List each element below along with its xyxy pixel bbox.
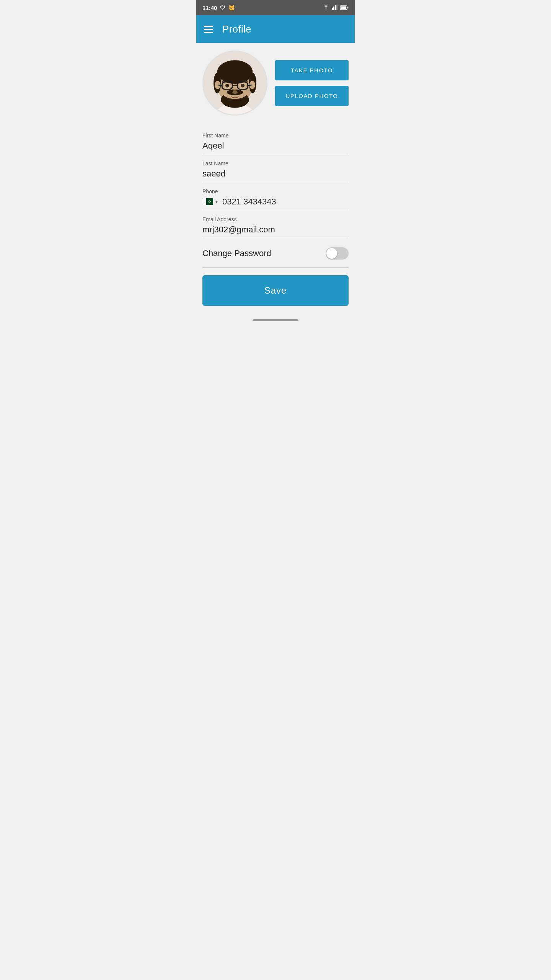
menu-button[interactable] bbox=[204, 26, 213, 33]
change-password-label: Change Password bbox=[202, 248, 271, 258]
home-indicator bbox=[253, 319, 298, 321]
app-bar: Profile bbox=[196, 15, 355, 43]
form-section: First Name Aqeel Last Name saeed Phone ▼… bbox=[202, 128, 349, 314]
svg-rect-5 bbox=[341, 6, 346, 9]
email-value: mrj302@gmail.com bbox=[202, 225, 349, 235]
svg-rect-0 bbox=[332, 8, 333, 10]
hamburger-line-2 bbox=[204, 29, 213, 30]
phone-number-value: 0321 3434343 bbox=[222, 197, 276, 207]
svg-rect-6 bbox=[347, 7, 349, 8]
toggle-slider bbox=[326, 247, 349, 260]
change-password-toggle[interactable] bbox=[326, 247, 349, 260]
country-code-dropdown[interactable]: ▼ bbox=[202, 198, 218, 205]
avatar[interactable] bbox=[202, 51, 267, 116]
main-content: TAKE PHOTO UPLOAD PHOTO First Name Aqeel… bbox=[196, 43, 355, 314]
first-name-value: Aqeel bbox=[202, 141, 349, 151]
signal-icon bbox=[332, 5, 338, 11]
battery-icon bbox=[340, 5, 349, 11]
email-label: Email Address bbox=[202, 216, 349, 222]
svg-point-11 bbox=[217, 60, 253, 84]
save-section: Save bbox=[202, 268, 349, 314]
first-name-field[interactable]: First Name Aqeel bbox=[202, 128, 349, 154]
status-right bbox=[323, 5, 349, 11]
last-name-field[interactable]: Last Name saeed bbox=[202, 156, 349, 182]
svg-rect-2 bbox=[335, 5, 336, 10]
photo-buttons: TAKE PHOTO UPLOAD PHOTO bbox=[275, 60, 349, 106]
last-name-label: Last Name bbox=[202, 160, 349, 167]
bottom-indicator bbox=[196, 314, 355, 329]
email-field[interactable]: Email Address mrj302@gmail.com bbox=[202, 212, 349, 238]
svg-point-27 bbox=[225, 84, 229, 88]
chevron-down-icon: ▼ bbox=[215, 200, 218, 204]
hamburger-line-3 bbox=[204, 32, 213, 33]
photo-section: TAKE PHOTO UPLOAD PHOTO bbox=[202, 51, 349, 116]
phone-field[interactable]: Phone ▼ 0321 3434343 bbox=[202, 184, 349, 210]
upload-photo-button[interactable]: UPLOAD PHOTO bbox=[275, 86, 349, 106]
svg-rect-3 bbox=[336, 5, 337, 10]
take-photo-button[interactable]: TAKE PHOTO bbox=[275, 60, 349, 80]
hamburger-line-1 bbox=[204, 26, 213, 27]
change-password-row: Change Password bbox=[202, 240, 349, 268]
phone-label: Phone bbox=[202, 188, 349, 194]
shield-icon: 🛡 bbox=[220, 5, 225, 11]
svg-rect-1 bbox=[333, 7, 334, 10]
svg-point-28 bbox=[241, 84, 245, 88]
phone-row: ▼ 0321 3434343 bbox=[202, 197, 349, 207]
pakistan-flag-icon bbox=[202, 198, 213, 205]
cat-icon: 🐱 bbox=[228, 5, 235, 11]
first-name-label: First Name bbox=[202, 132, 349, 139]
time-display: 11:40 bbox=[202, 5, 217, 11]
save-button[interactable]: Save bbox=[202, 275, 349, 306]
last-name-value: saeed bbox=[202, 169, 349, 179]
wifi-icon bbox=[323, 5, 329, 11]
status-bar: 11:40 🛡 🐱 bbox=[196, 0, 355, 15]
page-title: Profile bbox=[222, 23, 251, 35]
status-left: 11:40 🛡 🐱 bbox=[202, 5, 235, 11]
